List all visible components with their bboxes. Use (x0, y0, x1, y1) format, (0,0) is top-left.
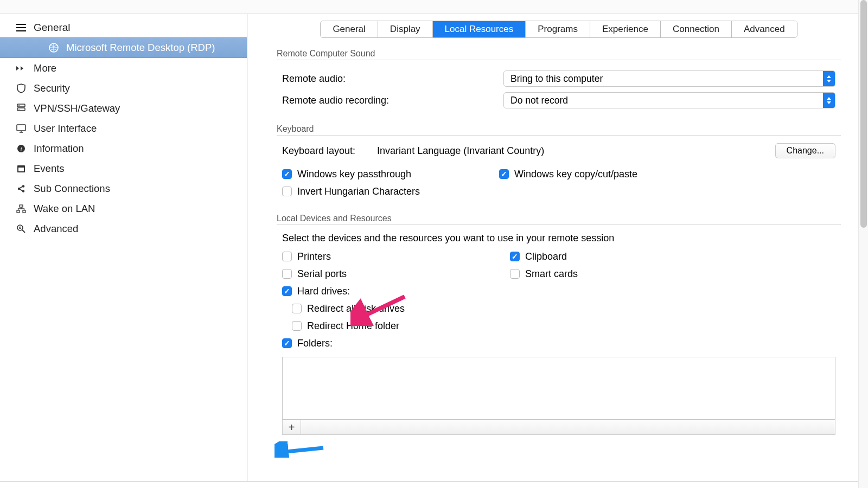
svg-rect-9 (18, 168, 24, 171)
annotation-arrow-blue (275, 441, 329, 458)
tab-local-resources[interactable]: Local Resources (433, 21, 526, 37)
checkbox-icon: ✓ (282, 286, 292, 296)
sidebar-item-label: VPN/SSH/Gateway (34, 102, 120, 114)
checkbox-serial[interactable]: Serial ports (282, 266, 510, 282)
sidebar-item-label: More (34, 62, 56, 74)
remote-recording-label: Remote audio recording: (282, 95, 494, 106)
tab-programs[interactable]: Programs (526, 21, 590, 37)
checkbox-win-copypaste[interactable]: ✓ Windows key copy/cut/paste (499, 166, 716, 182)
checkbox-win-passthrough[interactable]: ✓ Windows key passthrough (282, 166, 499, 182)
window-titlebar (0, 0, 868, 14)
sidebar-item-general[interactable]: General (0, 17, 247, 37)
server-icon (15, 104, 27, 113)
sidebar-item-ui[interactable]: User Interface (0, 118, 247, 138)
info-icon: i (15, 144, 27, 153)
checkbox-smartcards[interactable]: Smart cards (510, 266, 727, 282)
folders-listbox[interactable] (282, 357, 835, 420)
checkbox-clipboard[interactable]: ✓ Clipboard (510, 248, 727, 265)
checkbox-label: Folders: (297, 338, 333, 349)
checkbox-label: Redirect Home folder (307, 320, 399, 332)
svg-point-11 (22, 185, 24, 187)
tab-experience[interactable]: Experience (590, 21, 661, 37)
sidebar-item-label: Advanced (34, 223, 78, 235)
svg-rect-15 (23, 210, 25, 213)
checkbox-label: Clipboard (525, 251, 567, 262)
checkbox-icon: ✓ (282, 169, 292, 179)
sidebar-item-label: Sub Connections (34, 183, 110, 195)
folders-toolbar: + (282, 420, 835, 435)
sidebar-item-rdp[interactable]: Microsoft Remote Desktop (RDP) (0, 37, 247, 58)
sidebar-item-advanced[interactable]: Advanced (0, 219, 247, 239)
checkbox-invert-hungarian[interactable]: Invert Hungarian Characters (282, 183, 499, 200)
checkbox-icon: ✓ (499, 169, 509, 179)
checkbox-icon (282, 187, 292, 196)
svg-point-3 (18, 105, 20, 106)
shield-icon (15, 84, 27, 93)
tab-bar: General Display Local Resources Programs… (320, 21, 797, 38)
checkbox-redirect-home[interactable]: Redirect Home folder (292, 318, 510, 334)
remote-audio-value: Bring to this computer (510, 73, 603, 85)
svg-rect-2 (17, 108, 25, 111)
sidebar: General Microsoft Remote Desktop (RDP) M… (0, 14, 247, 481)
svg-rect-5 (17, 125, 25, 131)
checkbox-label: Windows key passthrough (297, 169, 411, 180)
group-title-keyboard: Keyboard (277, 124, 841, 134)
sidebar-item-information[interactable]: i Information (0, 138, 247, 158)
more-icon (15, 65, 27, 72)
checkbox-label: Serial ports (297, 268, 347, 280)
remote-audio-select[interactable]: Bring to this computer (503, 70, 835, 87)
checkbox-label: Hard drives: (297, 286, 350, 297)
checkbox-hard-drives[interactable]: ✓ Hard drives: (282, 283, 510, 299)
group-title-local: Local Devices and Resources (277, 214, 841, 223)
sidebar-item-label: General (34, 22, 71, 34)
svg-point-16 (17, 225, 23, 230)
menu-icon (15, 24, 27, 31)
sidebar-item-label: Security (34, 82, 70, 94)
rdp-icon (48, 43, 60, 53)
checkbox-label: Redirect all disk drives (307, 303, 405, 314)
keyboard-layout-label: Keyboard layout: (282, 145, 355, 157)
sidebar-item-wol[interactable]: Wake on LAN (0, 198, 247, 219)
calendar-icon (15, 164, 27, 173)
svg-rect-14 (17, 210, 20, 213)
remote-recording-select[interactable]: Do not record (503, 92, 835, 108)
add-folder-button[interactable]: + (283, 420, 301, 434)
share-icon (15, 184, 27, 193)
sidebar-item-vpn[interactable]: VPN/SSH/Gateway (0, 98, 247, 118)
monitor-icon (15, 124, 27, 133)
checkbox-folders[interactable]: ✓ Folders: (282, 335, 510, 351)
change-button[interactable]: Change... (775, 143, 835, 158)
tab-display[interactable]: Display (378, 21, 433, 37)
search-gear-icon (15, 224, 27, 234)
svg-point-17 (19, 227, 21, 228)
scrollbar-thumb[interactable] (860, 0, 867, 228)
sidebar-item-label: User Interface (34, 123, 97, 134)
checkbox-redirect-all[interactable]: Redirect all disk drives (292, 300, 510, 317)
remote-audio-label: Remote audio: (282, 73, 494, 85)
keyboard-layout-value: Invariant Language (Invariant Country) (377, 145, 754, 157)
checkbox-icon: ✓ (510, 252, 520, 261)
tab-connection[interactable]: Connection (661, 21, 732, 37)
checkbox-printers[interactable]: Printers (282, 248, 510, 265)
checkbox-icon (292, 304, 302, 313)
sidebar-item-label: Microsoft Remote Desktop (RDP) (66, 42, 215, 54)
tab-general[interactable]: General (321, 21, 378, 37)
svg-line-19 (281, 448, 323, 452)
checkbox-icon (510, 269, 520, 279)
checkbox-icon: ✓ (282, 338, 292, 348)
svg-rect-1 (17, 104, 25, 107)
sidebar-item-subconnections[interactable]: Sub Connections (0, 178, 247, 198)
sidebar-item-more[interactable]: More (0, 58, 247, 78)
sidebar-item-label: Information (34, 143, 84, 155)
checkbox-label: Windows key copy/cut/paste (514, 169, 637, 180)
checkbox-icon (282, 269, 292, 279)
tab-advanced[interactable]: Advanced (732, 21, 797, 37)
content-pane: General Display Local Resources Programs… (247, 14, 868, 481)
sidebar-item-label: Wake on LAN (34, 203, 95, 215)
vertical-scrollbar[interactable] (858, 0, 868, 488)
svg-rect-13 (20, 205, 23, 207)
checkbox-label: Printers (297, 251, 331, 262)
sidebar-item-security[interactable]: Security (0, 78, 247, 98)
sidebar-item-events[interactable]: Events (0, 158, 247, 178)
remote-recording-value: Do not record (510, 95, 568, 106)
